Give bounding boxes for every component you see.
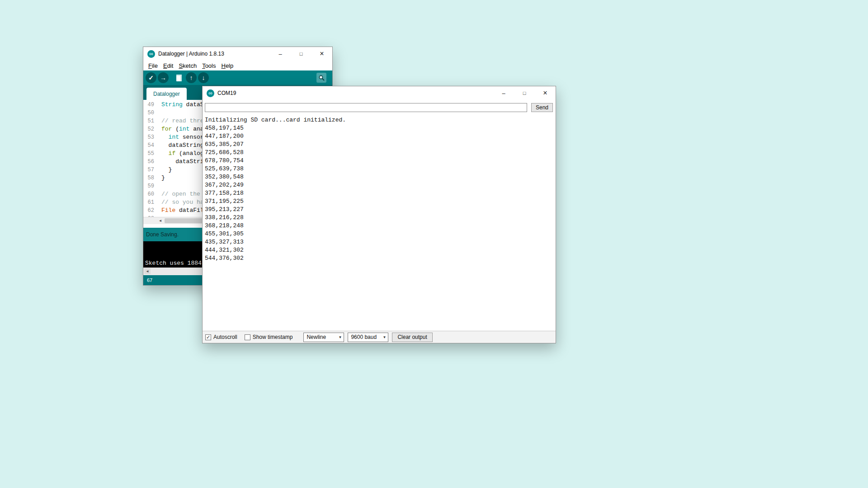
- timestamp-option[interactable]: Show timestamp: [245, 334, 293, 340]
- hscroll-thumb[interactable]: [165, 218, 203, 223]
- line-ending-value: Newline: [307, 334, 326, 340]
- serial-bottom-bar: ✓ Autoscroll Show timestamp Newline ▼ 96…: [203, 331, 556, 343]
- line-number: 58: [143, 174, 156, 182]
- ide-toolbar: ✓ → ↑ ↓: [143, 70, 332, 85]
- serial-output-line: 435,327,313: [205, 238, 556, 246]
- autoscroll-option[interactable]: ✓ Autoscroll: [205, 334, 237, 340]
- menu-help[interactable]: Help: [218, 61, 236, 70]
- line-number: 50: [143, 109, 156, 117]
- ide-minimize-button[interactable]: –: [270, 47, 291, 61]
- timestamp-label: Show timestamp: [253, 334, 293, 340]
- line-number: 49: [143, 101, 156, 109]
- menu-file[interactable]: File: [146, 61, 160, 70]
- serial-output-line: 395,213,227: [205, 206, 556, 214]
- save-button[interactable]: ↓: [198, 72, 209, 83]
- line-ending-dropdown[interactable]: Newline ▼: [303, 333, 344, 342]
- serial-maximize-button[interactable]: □: [514, 86, 535, 100]
- serial-monitor-window: ∞ COM19 – □ × Send Initializing SD card.…: [202, 86, 556, 343]
- serial-output-line: 725,686,528: [205, 149, 556, 157]
- menu-tools[interactable]: Tools: [199, 61, 218, 70]
- serial-titlebar[interactable]: ∞ COM19 – □ ×: [203, 86, 556, 100]
- serial-output-line: 338,216,228: [205, 214, 556, 222]
- serial-window-title: COM19: [217, 90, 493, 96]
- line-number: 62: [143, 206, 156, 215]
- serial-output-line: Initializing SD card...card initialized.: [205, 116, 556, 124]
- menu-sketch[interactable]: Sketch: [176, 61, 199, 70]
- serial-output-line: 447,187,200: [205, 132, 556, 141]
- status-message: Done Saving.: [146, 231, 179, 238]
- serial-output-line: 377,158,218: [205, 189, 556, 197]
- serial-output-line: 367,202,249: [205, 181, 556, 189]
- line-number: 52: [143, 125, 156, 133]
- scroll-left-icon[interactable]: ◄: [144, 268, 151, 274]
- menu-edit[interactable]: Edit: [160, 61, 176, 70]
- serial-output-line: 455,301,305: [205, 230, 556, 238]
- ide-close-button[interactable]: ×: [311, 47, 332, 61]
- serial-output-line: 458,197,145: [205, 124, 556, 132]
- autoscroll-checkbox[interactable]: ✓: [205, 334, 211, 340]
- serial-monitor-button[interactable]: [316, 73, 326, 83]
- magnifier-icon: [318, 75, 325, 81]
- line-number: 54: [143, 141, 156, 150]
- serial-input[interactable]: [205, 103, 527, 112]
- line-number: 56: [143, 158, 156, 166]
- current-line-indicator: 67: [147, 277, 152, 283]
- ide-menubar: FileEditSketchToolsHelp: [143, 61, 332, 70]
- chevron-down-icon: ▼: [338, 335, 342, 339]
- baud-rate-dropdown[interactable]: 9600 baud ▼: [348, 333, 388, 342]
- up-arrow-icon: ↑: [190, 74, 193, 81]
- serial-output-line: 544,376,302: [205, 254, 556, 263]
- line-number: 57: [143, 166, 156, 174]
- line-number: 51: [143, 117, 156, 125]
- serial-output: Initializing SD card...card initialized.…: [203, 113, 556, 331]
- clear-output-button[interactable]: Clear output: [392, 333, 432, 342]
- line-number: 53: [143, 133, 156, 141]
- baud-rate-value: 9600 baud: [351, 334, 377, 340]
- ide-titlebar[interactable]: ∞ Datalogger | Arduino 1.8.13 – □ ×: [143, 47, 332, 61]
- ide-window-title: Datalogger | Arduino 1.8.13: [158, 51, 270, 57]
- arduino-logo-icon: ∞: [207, 89, 214, 97]
- serial-output-line: 371,195,225: [205, 197, 556, 206]
- timestamp-checkbox[interactable]: [245, 334, 250, 340]
- arduino-logo-icon: ∞: [147, 50, 155, 58]
- chevron-down-icon: ▼: [382, 335, 386, 339]
- serial-output-line: 368,218,248: [205, 222, 556, 230]
- serial-output-line: 678,780,754: [205, 157, 556, 165]
- check-icon: ✓: [148, 74, 154, 81]
- verify-button[interactable]: ✓: [146, 72, 156, 83]
- line-number: 60: [143, 190, 156, 198]
- send-row: Send: [203, 100, 556, 113]
- serial-output-line: 444,321,302: [205, 246, 556, 254]
- serial-output-line: 525,639,738: [205, 165, 556, 173]
- line-number: 61: [143, 198, 156, 206]
- open-button[interactable]: ↑: [186, 72, 197, 83]
- line-number: 55: [143, 150, 156, 158]
- right-arrow-icon: →: [160, 74, 166, 81]
- serial-minimize-button[interactable]: –: [493, 86, 514, 100]
- upload-button[interactable]: →: [158, 72, 169, 83]
- document-icon: [176, 75, 182, 81]
- serial-close-button[interactable]: ×: [535, 86, 556, 100]
- new-sketch-button[interactable]: [174, 72, 184, 83]
- scroll-left-icon[interactable]: ◄: [157, 218, 164, 224]
- ide-maximize-button[interactable]: □: [291, 47, 311, 61]
- send-button[interactable]: Send: [531, 103, 553, 112]
- line-number: 59: [143, 182, 156, 190]
- autoscroll-label: Autoscroll: [213, 334, 237, 340]
- serial-output-line: 635,385,207: [205, 141, 556, 149]
- down-arrow-icon: ↓: [202, 74, 205, 81]
- serial-output-line: 352,380,548: [205, 173, 556, 181]
- tab-datalogger[interactable]: Datalogger: [146, 88, 187, 100]
